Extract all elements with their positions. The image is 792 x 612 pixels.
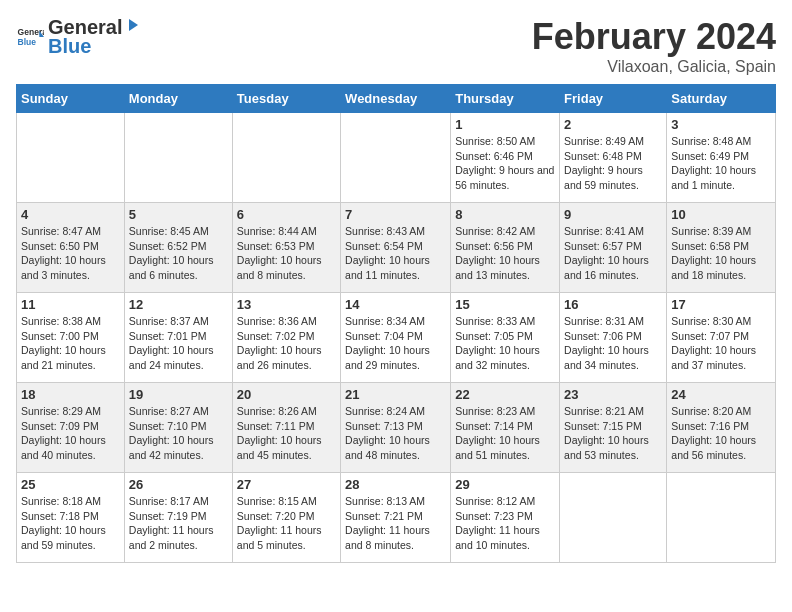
calendar-cell: 19Sunrise: 8:27 AMSunset: 7:10 PMDayligh… <box>124 383 232 473</box>
calendar-cell: 13Sunrise: 8:36 AMSunset: 7:02 PMDayligh… <box>232 293 340 383</box>
day-info: Sunrise: 8:47 AMSunset: 6:50 PMDaylight:… <box>21 224 120 283</box>
calendar-title: February 2024 <box>532 16 776 58</box>
day-info: Sunrise: 8:30 AMSunset: 7:07 PMDaylight:… <box>671 314 771 373</box>
calendar-cell <box>124 113 232 203</box>
day-info: Sunrise: 8:23 AMSunset: 7:14 PMDaylight:… <box>455 404 555 463</box>
logo-icon: General Blue <box>16 23 44 51</box>
day-info: Sunrise: 8:29 AMSunset: 7:09 PMDaylight:… <box>21 404 120 463</box>
calendar-cell: 8Sunrise: 8:42 AMSunset: 6:56 PMDaylight… <box>451 203 560 293</box>
day-info: Sunrise: 8:21 AMSunset: 7:15 PMDaylight:… <box>564 404 662 463</box>
day-number: 9 <box>564 207 662 222</box>
day-number: 25 <box>21 477 120 492</box>
day-header-friday: Friday <box>560 85 667 113</box>
calendar-cell: 24Sunrise: 8:20 AMSunset: 7:16 PMDayligh… <box>667 383 776 473</box>
day-info: Sunrise: 8:31 AMSunset: 7:06 PMDaylight:… <box>564 314 662 373</box>
calendar-cell: 28Sunrise: 8:13 AMSunset: 7:21 PMDayligh… <box>341 473 451 563</box>
day-info: Sunrise: 8:33 AMSunset: 7:05 PMDaylight:… <box>455 314 555 373</box>
calendar-cell: 21Sunrise: 8:24 AMSunset: 7:13 PMDayligh… <box>341 383 451 473</box>
day-info: Sunrise: 8:12 AMSunset: 7:23 PMDaylight:… <box>455 494 555 553</box>
calendar-cell: 6Sunrise: 8:44 AMSunset: 6:53 PMDaylight… <box>232 203 340 293</box>
day-info: Sunrise: 8:15 AMSunset: 7:20 PMDaylight:… <box>237 494 336 553</box>
day-info: Sunrise: 8:36 AMSunset: 7:02 PMDaylight:… <box>237 314 336 373</box>
header: General Blue General Blue February 2024 … <box>16 16 776 76</box>
calendar-cell: 7Sunrise: 8:43 AMSunset: 6:54 PMDaylight… <box>341 203 451 293</box>
calendar-cell: 11Sunrise: 8:38 AMSunset: 7:00 PMDayligh… <box>17 293 125 383</box>
calendar-cell: 25Sunrise: 8:18 AMSunset: 7:18 PMDayligh… <box>17 473 125 563</box>
day-header-wednesday: Wednesday <box>341 85 451 113</box>
day-number: 16 <box>564 297 662 312</box>
calendar-cell: 12Sunrise: 8:37 AMSunset: 7:01 PMDayligh… <box>124 293 232 383</box>
logo-arrow-icon <box>123 16 141 34</box>
day-number: 29 <box>455 477 555 492</box>
day-info: Sunrise: 8:24 AMSunset: 7:13 PMDaylight:… <box>345 404 446 463</box>
calendar-cell: 1Sunrise: 8:50 AMSunset: 6:46 PMDaylight… <box>451 113 560 203</box>
calendar-cell: 22Sunrise: 8:23 AMSunset: 7:14 PMDayligh… <box>451 383 560 473</box>
day-info: Sunrise: 8:45 AMSunset: 6:52 PMDaylight:… <box>129 224 228 283</box>
calendar-header-row: SundayMondayTuesdayWednesdayThursdayFrid… <box>17 85 776 113</box>
calendar-cell: 23Sunrise: 8:21 AMSunset: 7:15 PMDayligh… <box>560 383 667 473</box>
day-info: Sunrise: 8:37 AMSunset: 7:01 PMDaylight:… <box>129 314 228 373</box>
day-info: Sunrise: 8:41 AMSunset: 6:57 PMDaylight:… <box>564 224 662 283</box>
calendar-cell: 14Sunrise: 8:34 AMSunset: 7:04 PMDayligh… <box>341 293 451 383</box>
day-number: 4 <box>21 207 120 222</box>
week-row-4: 18Sunrise: 8:29 AMSunset: 7:09 PMDayligh… <box>17 383 776 473</box>
calendar-cell: 10Sunrise: 8:39 AMSunset: 6:58 PMDayligh… <box>667 203 776 293</box>
svg-text:Blue: Blue <box>18 37 37 47</box>
week-row-3: 11Sunrise: 8:38 AMSunset: 7:00 PMDayligh… <box>17 293 776 383</box>
day-number: 13 <box>237 297 336 312</box>
day-info: Sunrise: 8:42 AMSunset: 6:56 PMDaylight:… <box>455 224 555 283</box>
day-header-tuesday: Tuesday <box>232 85 340 113</box>
day-number: 7 <box>345 207 446 222</box>
week-row-1: 1Sunrise: 8:50 AMSunset: 6:46 PMDaylight… <box>17 113 776 203</box>
day-number: 12 <box>129 297 228 312</box>
day-number: 8 <box>455 207 555 222</box>
day-number: 17 <box>671 297 771 312</box>
calendar-cell: 5Sunrise: 8:45 AMSunset: 6:52 PMDaylight… <box>124 203 232 293</box>
day-info: Sunrise: 8:50 AMSunset: 6:46 PMDaylight:… <box>455 134 555 193</box>
calendar-cell: 18Sunrise: 8:29 AMSunset: 7:09 PMDayligh… <box>17 383 125 473</box>
day-number: 23 <box>564 387 662 402</box>
week-row-2: 4Sunrise: 8:47 AMSunset: 6:50 PMDaylight… <box>17 203 776 293</box>
calendar-cell: 15Sunrise: 8:33 AMSunset: 7:05 PMDayligh… <box>451 293 560 383</box>
day-number: 5 <box>129 207 228 222</box>
day-header-saturday: Saturday <box>667 85 776 113</box>
logo-blue: Blue <box>48 35 91 57</box>
calendar-cell: 20Sunrise: 8:26 AMSunset: 7:11 PMDayligh… <box>232 383 340 473</box>
calendar-cell: 16Sunrise: 8:31 AMSunset: 7:06 PMDayligh… <box>560 293 667 383</box>
calendar-cell: 2Sunrise: 8:49 AMSunset: 6:48 PMDaylight… <box>560 113 667 203</box>
calendar-table: SundayMondayTuesdayWednesdayThursdayFrid… <box>16 84 776 563</box>
day-number: 18 <box>21 387 120 402</box>
day-number: 14 <box>345 297 446 312</box>
day-number: 22 <box>455 387 555 402</box>
calendar-cell <box>667 473 776 563</box>
day-number: 6 <box>237 207 336 222</box>
calendar-cell: 9Sunrise: 8:41 AMSunset: 6:57 PMDaylight… <box>560 203 667 293</box>
day-number: 26 <box>129 477 228 492</box>
calendar-cell: 4Sunrise: 8:47 AMSunset: 6:50 PMDaylight… <box>17 203 125 293</box>
week-row-5: 25Sunrise: 8:18 AMSunset: 7:18 PMDayligh… <box>17 473 776 563</box>
day-number: 19 <box>129 387 228 402</box>
day-info: Sunrise: 8:43 AMSunset: 6:54 PMDaylight:… <box>345 224 446 283</box>
day-info: Sunrise: 8:38 AMSunset: 7:00 PMDaylight:… <box>21 314 120 373</box>
calendar-cell: 27Sunrise: 8:15 AMSunset: 7:20 PMDayligh… <box>232 473 340 563</box>
calendar-cell <box>341 113 451 203</box>
day-number: 20 <box>237 387 336 402</box>
svg-marker-4 <box>129 19 138 31</box>
calendar-cell <box>17 113 125 203</box>
day-number: 2 <box>564 117 662 132</box>
day-number: 21 <box>345 387 446 402</box>
logo: General Blue General Blue <box>16 16 142 58</box>
day-header-thursday: Thursday <box>451 85 560 113</box>
calendar-cell: 3Sunrise: 8:48 AMSunset: 6:49 PMDaylight… <box>667 113 776 203</box>
day-number: 24 <box>671 387 771 402</box>
day-number: 27 <box>237 477 336 492</box>
day-info: Sunrise: 8:18 AMSunset: 7:18 PMDaylight:… <box>21 494 120 553</box>
day-number: 3 <box>671 117 771 132</box>
day-info: Sunrise: 8:17 AMSunset: 7:19 PMDaylight:… <box>129 494 228 553</box>
day-info: Sunrise: 8:44 AMSunset: 6:53 PMDaylight:… <box>237 224 336 283</box>
day-number: 10 <box>671 207 771 222</box>
calendar-cell: 26Sunrise: 8:17 AMSunset: 7:19 PMDayligh… <box>124 473 232 563</box>
calendar-subtitle: Vilaxoan, Galicia, Spain <box>532 58 776 76</box>
day-header-sunday: Sunday <box>17 85 125 113</box>
calendar-cell <box>232 113 340 203</box>
